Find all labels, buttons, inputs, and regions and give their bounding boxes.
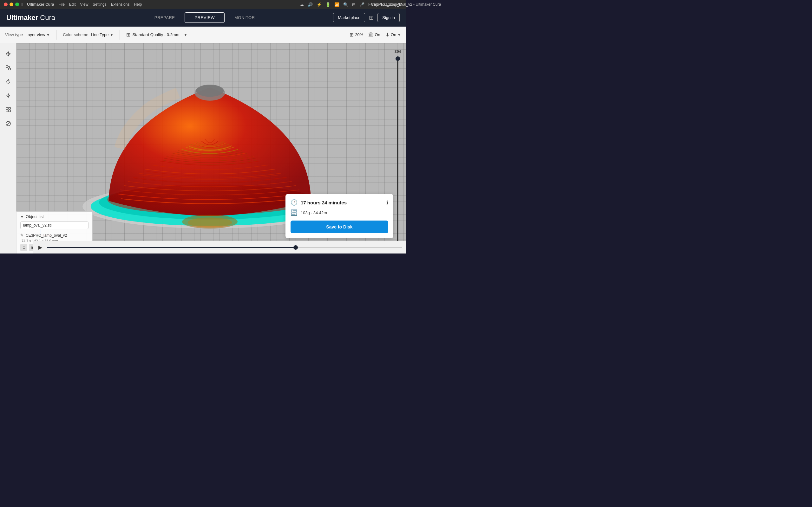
support-icon: 🏛 [368,32,373,38]
scale-tool[interactable] [3,62,14,73]
close-button[interactable] [4,3,8,6]
material-amount: 103g · 34.42m [301,210,327,215]
infill-option[interactable]: ⊞ 20% [350,32,363,38]
svg-point-14 [196,84,223,97]
layer-slider-track[interactable] [397,56,398,247]
object-list-header: ▼ Object list [20,214,89,219]
material-row: 🔄 103g · 34.42m [291,209,388,216]
play-button[interactable]: ▶ [37,244,44,251]
quality-icon: ⊞ [126,32,131,38]
menu-bar: Ultimaker Cura File Edit View Settings E… [27,2,142,7]
apps-grid-icon[interactable]: ⊞ [369,14,374,21]
svg-rect-2 [6,107,8,109]
menu-file[interactable]: File [59,2,65,7]
view-type-value: Layer view [26,32,45,37]
signin-button[interactable]: Sign in [377,13,400,22]
marketplace-button[interactable]: Marketplace [333,13,365,22]
titlebar-left:  Ultimaker Cura File Edit View Settings… [4,2,142,7]
quality-value[interactable]: Standard Quality - 0.2mm [132,32,179,37]
clock-icon: 🕐 [291,199,298,206]
logo: Ultimaker Cura [6,14,63,22]
header: Ultimaker Cura PREPARE PREVIEW MONITOR M… [0,9,406,26]
object-list-toggle[interactable]: ▼ [20,215,24,219]
object-action-1[interactable]: ⊙ [20,244,27,251]
wifi-icon: 📶 [334,2,339,7]
quality-group: ⊞ Standard Quality - 0.2mm ▼ [126,32,343,38]
options-chevron: ▼ [397,33,401,37]
menu-extensions[interactable]: Extensions [111,2,130,7]
support-on-label: On [374,32,380,37]
per-model-settings-tool[interactable] [3,104,14,115]
logo-light: Cura [40,14,55,22]
view-type-label: View type [5,32,23,37]
move-tool[interactable] [3,48,14,60]
info-panel: 🕐 17 hours 24 minutes ℹ 🔄 103g · 34.42m … [286,194,393,238]
color-scheme-label: Color scheme [63,32,88,37]
color-scheme-select[interactable]: Line Type ▼ [91,32,113,37]
svg-rect-4 [6,110,8,112]
tools-sidebar [0,43,16,253]
adhesion-option[interactable]: ⬇ On ▼ [386,32,401,38]
object-file-input[interactable] [20,222,89,229]
svg-rect-5 [9,110,10,112]
layer-slider[interactable]: 394 [395,49,401,247]
view-type-select[interactable]: Layer view ▼ [26,32,50,37]
color-scheme-group: Color scheme Line Type ▼ [63,32,113,37]
infill-percent: 20% [355,32,363,37]
tab-preview[interactable]: PREVIEW [185,12,224,23]
battery-icon: 🔋 [325,2,331,7]
view-type-group: View type Layer view ▼ [5,32,50,37]
tab-monitor[interactable]: MONITOR [224,12,265,23]
timeline-track[interactable] [47,247,402,248]
main-content: 394 [0,43,406,253]
menu-settings[interactable]: Settings [93,2,106,7]
timeline-thumb[interactable] [293,245,298,250]
mirror-tool[interactable] [3,90,14,101]
print-time: 17 hours 24 minutes [301,200,383,205]
menu-help[interactable]: Help [134,2,142,7]
traffic-lights [4,3,19,6]
header-right: Marketplace ⊞ Sign in [333,13,400,22]
filament-icon: 🔄 [291,209,298,216]
edit-icon: ✎ [20,233,24,238]
titlebar:  Ultimaker Cura File Edit View Settings… [0,0,406,9]
view-type-chevron: ▼ [46,33,50,37]
layer-slider-thumb-top[interactable] [396,56,400,61]
time-row: 🕐 17 hours 24 minutes ℹ [291,199,388,206]
color-scheme-chevron: ▼ [110,33,113,37]
svg-rect-1 [9,68,10,70]
apple-menu-icon[interactable]:  [21,2,23,7]
menu-ultimaker-cura[interactable]: Ultimaker Cura [27,2,54,7]
menu-edit[interactable]: Edit [69,2,76,7]
logo-bold: Ultimaker [6,14,38,22]
bluetooth-icon: ⚡ [316,2,322,7]
toolbar-divider-2 [119,30,120,40]
info-detail-icon[interactable]: ℹ [386,200,388,206]
support-blocker-tool[interactable] [3,118,14,129]
control-icon[interactable]: ⊞ [352,2,356,7]
tab-prepare[interactable]: PREPARE [145,12,185,23]
viewport[interactable]: 394 [16,43,406,253]
rotate-tool[interactable] [3,76,14,88]
object-list-title: Object list [26,214,44,219]
volume-icon: 🔊 [308,2,313,7]
nav-tabs: PREPARE PREVIEW MONITOR [76,12,333,23]
object-item: ✎ CE3PRO_lamp_oval_v2 [20,232,89,239]
toolbar-divider-1 [56,30,56,40]
menu-view[interactable]: View [80,2,89,7]
search-icon[interactable]: 🔍 [343,2,348,7]
adhesion-icon: ⬇ [386,32,390,38]
quality-chevron: ▼ [184,33,188,37]
save-to-disk-button[interactable]: Save to Disk [291,221,388,233]
svg-rect-3 [9,107,10,109]
siri-icon[interactable]: 🎤 [359,2,364,7]
minimize-button[interactable] [9,3,13,6]
toolbar: View type Layer view ▼ Color scheme Line… [0,26,406,43]
support-option[interactable]: 🏛 On [368,32,380,38]
toolbar-right-options: ⊞ 20% 🏛 On ⬇ On ▼ [350,32,401,38]
app: Ultimaker Cura PREPARE PREVIEW MONITOR M… [0,9,406,253]
fullscreen-button[interactable] [15,3,19,6]
timeline-bar: ▶ [33,241,406,253]
window-title: CE3PRO_lamp_oval_v2 - Ultimaker Cura [371,2,406,7]
svg-rect-0 [6,66,8,67]
